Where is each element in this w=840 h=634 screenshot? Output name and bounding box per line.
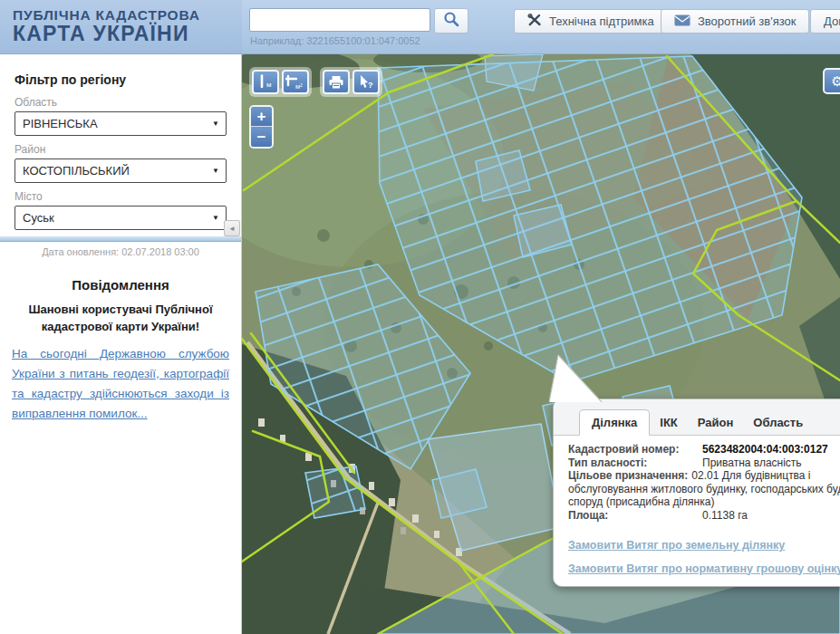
tab-dilyanka[interactable]: Ділянка <box>579 409 650 436</box>
popup-callout-pointer <box>547 354 605 402</box>
cadastral-map-app: ПУБЛІЧНА КАДАСТРОВА КАРТА УКРАЇНИ Наприк… <box>0 0 840 634</box>
filter-title: Фільтр по регіону <box>14 72 227 87</box>
sidebar-divider-strip <box>0 236 241 242</box>
tech-support-button[interactable]: Технічна підтримка <box>514 9 668 34</box>
header: ПУБЛІЧНА КАДАСТРОВА КАРТА УКРАЇНИ Наприк… <box>0 0 840 54</box>
ownership-type-label: Тип власності: <box>568 456 702 470</box>
crossed-tools-icon <box>527 13 542 30</box>
satellite-map[interactable]: м м² ? <box>242 54 840 634</box>
ownership-type-row: Тип власності: Приватна власність <box>568 456 840 470</box>
ownership-info-link[interactable]: Інформація про право власності та речові… <box>568 585 840 587</box>
svg-text:м: м <box>266 81 272 89</box>
misto-select[interactable]: Суськ ▼ <box>14 206 227 230</box>
minus-icon: − <box>257 130 266 145</box>
tab-raion[interactable]: Район <box>688 410 744 435</box>
area-measure-icon: м² <box>285 74 305 91</box>
announcement-link[interactable]: На сьогодні Державною службою України з … <box>12 344 229 424</box>
measure-area-button[interactable]: м² <box>282 70 309 94</box>
cursor-question-icon: ? <box>357 74 375 90</box>
measure-length-button[interactable]: м <box>252 70 279 94</box>
ruler-icon: м <box>256 74 275 90</box>
region-filter-panel: Фільтр по регіону Область РІВНЕНСЬКА ▼ Р… <box>0 54 241 230</box>
print-button[interactable] <box>323 70 350 94</box>
identify-button[interactable]: ? <box>352 70 380 94</box>
order-extract-link[interactable]: Замовити Витяг про земельну ділянку <box>568 539 840 552</box>
search-button[interactable] <box>434 8 468 34</box>
printer-icon <box>328 75 344 90</box>
parcel-info-popup: Ділянка ІКК Район Область Кадастровий но… <box>553 399 840 587</box>
cadastral-number-row: Кадастровий номер: 5623482004:04:003:012… <box>568 443 840 456</box>
zoom-control: + − <box>249 105 274 149</box>
logo-line2: КАРТА УКРАЇНИ <box>13 23 200 46</box>
chevron-down-icon: ▼ <box>212 214 219 222</box>
tab-oblast[interactable]: Область <box>743 410 813 435</box>
logo-line1: ПУБЛІЧНА КАДАСТРОВА <box>13 7 200 23</box>
feedback-label: Зворотний зв'язок <box>698 14 796 28</box>
gear-icon: ⚙ <box>831 73 840 90</box>
raion-select[interactable]: КОСТОПІЛЬСЬКИЙ ▼ <box>14 158 227 183</box>
oblast-label: Область <box>14 96 227 109</box>
area-value: 0.1138 га <box>702 509 748 523</box>
oblast-select[interactable]: РІВНЕНСЬКА ▼ <box>14 111 227 136</box>
raion-value: КОСТОПІЛЬСЬКИЙ <box>23 164 130 178</box>
zoom-out-button[interactable]: − <box>251 127 272 147</box>
plus-icon: + <box>257 109 266 124</box>
announcement-greeting: Шановні користувачі Публічної кадастрово… <box>17 301 224 335</box>
cadastral-number-value: 5623482004:04:003:0127 <box>702 443 828 456</box>
utility-toolbar: ? <box>320 67 382 97</box>
help-button[interactable]: Допомога <box>810 9 840 34</box>
oblast-value: РІВНЕНСЬКА <box>23 117 98 130</box>
search-hint: Наприклад: 3221655100:01:047:0052 <box>250 35 420 46</box>
svg-text:м²: м² <box>295 82 303 90</box>
chevron-down-icon: ▼ <box>212 120 219 128</box>
popup-body: Кадастровий номер: 5623482004:04:003:012… <box>554 436 840 587</box>
tech-support-label: Технічна підтримка <box>549 14 654 28</box>
sidebar: Фільтр по регіону Область РІВНЕНСЬКА ▼ Р… <box>0 54 242 634</box>
feedback-button[interactable]: Зворотний зв'язок <box>661 9 809 34</box>
cadastral-number-label: Кадастровий номер: <box>568 443 702 456</box>
purpose-row: Цільове призначення:02.01 Для будівництв… <box>568 469 840 509</box>
envelope-icon <box>674 14 690 29</box>
area-label: Площа: <box>568 509 702 523</box>
measure-toolbar: м м² <box>249 67 312 97</box>
raion-label: Район <box>14 143 227 156</box>
purpose-label: Цільове призначення: <box>568 469 688 482</box>
misto-label: Місто <box>14 190 227 203</box>
svg-text:?: ? <box>368 81 373 90</box>
magnifier-icon <box>443 11 459 31</box>
announcement-title: Повідомлення <box>12 277 229 293</box>
map-settings-button[interactable]: ⚙ <box>823 68 840 94</box>
area-row: Площа: 0.1138 га <box>568 509 840 523</box>
popup-tabs: Ділянка ІКК Район Область <box>554 399 840 436</box>
misto-value: Суськ <box>23 211 54 225</box>
help-label: Допомога <box>824 14 840 28</box>
app-logo: ПУБЛІЧНА КАДАСТРОВА КАРТА УКРАЇНИ <box>13 7 200 46</box>
announcement: Повідомлення Шановні користувачі Публічн… <box>12 277 229 424</box>
ownership-type-value: Приватна власність <box>702 456 802 470</box>
zoom-in-button[interactable]: + <box>251 107 272 127</box>
sidebar-collapse-button[interactable]: ◄ <box>224 220 240 236</box>
chevron-left-icon: ◄ <box>228 225 236 233</box>
tab-ikk[interactable]: ІКК <box>650 410 687 435</box>
chevron-down-icon: ▼ <box>212 167 219 175</box>
order-valuation-link[interactable]: Замовити Витяг про нормативну грошову оц… <box>568 562 840 576</box>
search-input[interactable] <box>249 8 430 32</box>
update-date: Дата оновлення: 02.07.2018 03:00 <box>0 246 241 257</box>
